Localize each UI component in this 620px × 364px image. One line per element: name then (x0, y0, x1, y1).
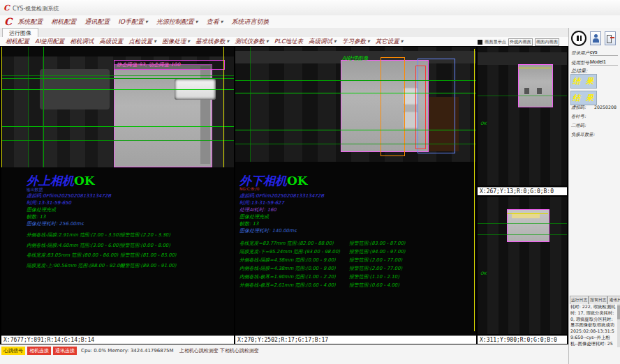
result-badge: 结 果 (570, 74, 597, 89)
chevron-down-icon: ▼ (266, 39, 269, 43)
user-icon (594, 34, 598, 38)
menu-item[interactable]: 光源控制配置▼ (156, 17, 198, 26)
laser-line (1, 47, 2, 167)
view-option-2[interactable]: 画面内画面 (535, 38, 559, 46)
chevron-down-icon: ▼ (221, 20, 223, 24)
side-field-row: 二维码: (569, 123, 620, 132)
user-field[interactable] (590, 49, 618, 56)
machine-rail (478, 52, 567, 65)
status-bar: 心跳信号相机连接通讯连接 Cpu: 0.0% Memory: 3424.4179… (1, 347, 259, 355)
battery-cell-region (518, 64, 553, 107)
annotation-line (43, 47, 44, 167)
menu-item[interactable]: 通讯配置 (84, 17, 110, 26)
ai-image-label: AI处理图像 (342, 55, 368, 62)
menu-item[interactable]: IO手配置▼ (118, 17, 148, 26)
toolbar-item[interactable]: 图像处理▼ (162, 38, 190, 46)
threshold-text: 静态阈值:93, 动态阈值:100 (117, 61, 180, 68)
logout-button[interactable] (605, 31, 616, 45)
status-badge: 心跳信号 (1, 347, 25, 355)
menu-bar: C 系统配置 相机配置 通讯配置 IO手配置▼ 光源控制配置▼ 查看▼ 系统语言… (0, 15, 620, 28)
annotation-line (1, 78, 234, 79)
log-tab[interactable]: 通讯日志 (607, 296, 620, 304)
threshold-annotation-box: 静态阈值:93, 动态阈值:100 (114, 60, 225, 70)
toolbar-item[interactable]: 点检设置▼ (128, 38, 156, 46)
toolbar-item[interactable]: 基准线参数▼ (195, 38, 229, 46)
aux-camera-top-panel: OK X:267;Y:13;R:0;G:0;B:0 (478, 47, 567, 195)
right-camera-panel: AI处理图像 外下相机OK NG:C:B:/0 虚拟码:0Ffiim202502… (235, 47, 476, 344)
left-camera-image[interactable]: 静态阈值:93, 动态阈值:100 (1, 47, 234, 167)
overlay-subtext: NG:C:B:/0 (239, 187, 259, 191)
menu-item[interactable]: 查看▼ (207, 17, 223, 26)
chevron-down-icon: ▼ (401, 39, 404, 43)
aux-bottom-coordinate-bar: X:311;Y:980;R:0;G:0;B:0 (478, 335, 567, 344)
tab-strip: 运行图像 (0, 28, 620, 37)
annotation-line (1, 89, 234, 90)
side-fields: 虚拟码: 20250208 卷针号: 二维码: 负极耳数量: (569, 105, 620, 141)
battery-cell-region (507, 209, 549, 242)
info-line: 图像处理完成 (27, 206, 111, 213)
user-lock-button[interactable] (590, 31, 601, 45)
aux-bottom-image[interactable]: OK (478, 197, 567, 334)
scrollbar-thumb[interactable] (617, 305, 620, 319)
measure-rows: 外侧卷线-隔膜:2.91mm 范围:(2.00 - 3.50) 报警范围:(2.… (1, 232, 234, 272)
annotation-line (478, 223, 567, 224)
log-tab[interactable]: 运行日志 (570, 296, 589, 304)
status-badge: 相机连接 (27, 347, 51, 355)
measure-row: 内侧卷线-隔膜:4.60mm 范围:(3.00 - 6.00) 报警范围:(0.… (1, 242, 234, 252)
pause-icon (580, 36, 582, 41)
info-line: 时间:13-31-59-627 (239, 199, 324, 206)
toolbar-item[interactable]: 测试仪参数▼ (235, 38, 268, 46)
side-field-row: 虚拟码: 20250208 (569, 105, 620, 114)
right-camera-image[interactable]: AI处理图像 (235, 47, 476, 162)
annotation-line (28, 47, 29, 167)
tab-run-image[interactable]: 运行图像 (2, 28, 38, 38)
heartbeat-notes: 上相机心跳检测变 下相机心跳检测变 (179, 347, 259, 354)
toolbar-item[interactable]: 学习参数▼ (342, 38, 370, 46)
annotation-line (250, 47, 251, 162)
menu-item[interactable]: 相机配置 (51, 17, 76, 26)
laser-line (507, 213, 548, 214)
measure-row: 卷线宽度=83.77mm 范围:(82.00 - 88.00) 报警范围:(83… (235, 240, 476, 248)
log-tabs: 运行日志报警日志通讯日志 (570, 296, 620, 304)
view-mode-label: 画面显示点 (485, 39, 506, 45)
model-field[interactable] (590, 59, 618, 66)
annotation-line (235, 80, 476, 81)
toolbar-item[interactable]: AI使用配置 (35, 38, 64, 46)
side-panel: 登录用户: 使用型号: 总结果: 结 果结 果 虚拟码: 20250208 卷针… (568, 28, 620, 364)
toolbar-item[interactable]: PLC地址表 (274, 38, 303, 46)
toolbar-item[interactable]: 其它设置▼ (376, 38, 404, 46)
menu-item[interactable]: 系统语言切换 (231, 17, 269, 26)
chevron-down-icon: ▼ (195, 20, 198, 24)
toolbar-item[interactable]: 高级调试▼ (309, 38, 337, 46)
log-tab[interactable]: 报警日志 (589, 296, 607, 304)
annotation-line (1, 75, 234, 76)
toolbar-item[interactable]: 相机配置 (6, 38, 29, 46)
aux-top-image[interactable]: OK (478, 47, 567, 185)
annotation-line (1, 140, 234, 141)
right-coordinate-bar: X:270;Y:2502;R:17;G:17;B:17 (235, 335, 476, 344)
menu-item[interactable]: 系统配置 (17, 17, 43, 26)
side-field-row: 卷针号: (569, 114, 620, 123)
view-option-1[interactable]: 外观内画面 (508, 38, 533, 46)
left-camera-panel: 静态阈值:93, 动态阈值:100 外上相机OK 输出数据 虚拟码:0Ffiim… (1, 47, 234, 344)
info-line: 帧数: 13 (239, 220, 324, 227)
toolbar-item[interactable]: 相机调试 (70, 38, 94, 46)
info-line: 图像处理完成 (239, 213, 324, 220)
measure-rows: 卷线宽度=83.77mm 范围:(82.00 - 88.00) 报警范围:(83… (235, 240, 476, 290)
info-line: 处理AI耗时: 160 (239, 206, 324, 213)
annotation-line (478, 234, 567, 235)
brand-logo-icon: C (4, 16, 12, 27)
measure-row: 内侧卷线-隔膜=4.38mm 范围:(0.00 - 9.00) 报警范围:(2.… (235, 265, 476, 273)
laser-line (223, 47, 224, 167)
roi-box-red (415, 66, 426, 149)
pause-button[interactable] (571, 31, 586, 46)
user-icon (593, 38, 599, 43)
view-mode-icon (478, 40, 482, 45)
status-ok: OK (287, 174, 308, 188)
info-line: 时间:13-31-59-650 (27, 199, 111, 206)
log-scrollbar[interactable] (617, 304, 620, 347)
toolbar-item[interactable]: 高级设置 (99, 38, 123, 46)
measure-row: 卷线宽度:83.05mm 范围:(80.00 - 86.00) 报警范围:(81… (1, 252, 234, 262)
measure-row: 隔膜宽度-下=95.24mm 范围:(93.00 - 98.00) 报警范围:(… (235, 248, 476, 257)
mini-status: OK (480, 121, 487, 126)
